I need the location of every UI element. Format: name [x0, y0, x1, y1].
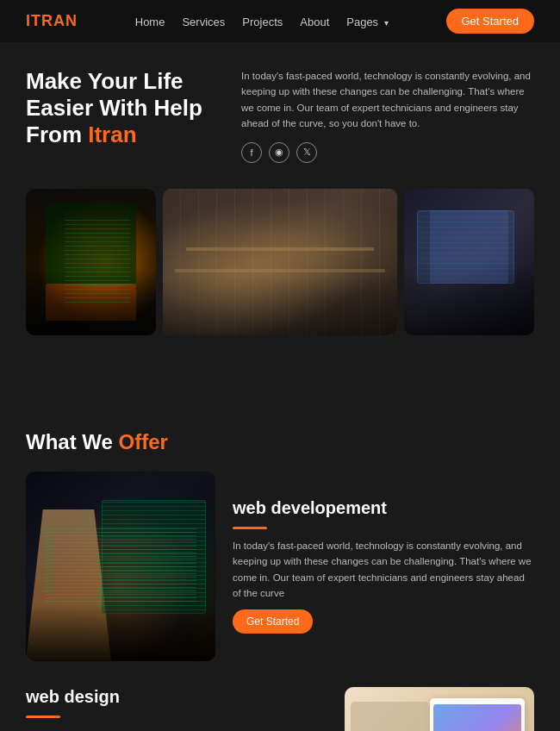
pages-dropdown-icon: ▾: [384, 18, 389, 28]
web-design-description: In today's fast-paced world, technology …: [26, 727, 327, 731]
hero-section: Make Your Life Easier With Help From Itr…: [0, 42, 560, 180]
nav-pages-link[interactable]: Pages ▾: [346, 16, 389, 28]
hero-text: Make Your Life Easier With Help From Itr…: [26, 68, 215, 159]
offer-section-title: What We Offer: [26, 430, 534, 454]
web-dev-cta-button[interactable]: Get Started: [233, 609, 313, 634]
instagram-icon[interactable]: ◉: [269, 142, 289, 163]
web-design-underline: [26, 715, 60, 718]
web-dev-content: web developement In today's fast-paced w…: [233, 472, 534, 661]
web-design-card: web design In today's fast-paced world, …: [26, 687, 534, 731]
facebook-icon[interactable]: f: [241, 142, 262, 163]
nav-home-link[interactable]: Home: [135, 16, 165, 28]
web-dev-title: web developement: [233, 498, 534, 518]
hero-image-3: [404, 189, 534, 335]
offer-section: What We Offer web developement In today'…: [0, 413, 560, 731]
web-design-image: [345, 687, 534, 731]
web-design-title: web design: [26, 687, 327, 707]
nav-services-link[interactable]: Services: [182, 16, 225, 28]
web-dev-image: [26, 472, 215, 661]
nav-about-link[interactable]: About: [300, 16, 329, 28]
web-dev-description: In today's fast-paced world, technology …: [233, 538, 534, 602]
hero-images-row: [0, 180, 560, 361]
nav-projects-link[interactable]: Projects: [242, 16, 283, 28]
nav-get-started-button[interactable]: Get Started: [446, 9, 534, 34]
hero-description-area: In today's fast-paced world, technology …: [241, 68, 534, 163]
navbar: ITRAN Home Services Projects About Pages…: [0, 0, 560, 42]
section-divider: [0, 361, 560, 413]
web-dev-card: web developement In today's fast-paced w…: [26, 472, 534, 661]
nav-links: Home Services Projects About Pages ▾: [135, 14, 389, 29]
twitter-icon[interactable]: 𝕏: [296, 142, 317, 163]
hero-title: Make Your Life Easier With Help From Itr…: [26, 68, 215, 149]
logo: ITRAN: [26, 12, 78, 30]
hero-image-1: [26, 189, 156, 335]
hero-description: In today's fast-paced world, technology …: [241, 68, 534, 132]
web-dev-underline: [233, 527, 267, 529]
web-design-content: web design In today's fast-paced world, …: [26, 687, 327, 731]
hero-image-2: [163, 189, 397, 335]
social-icons: f ◉ 𝕏: [241, 142, 534, 163]
